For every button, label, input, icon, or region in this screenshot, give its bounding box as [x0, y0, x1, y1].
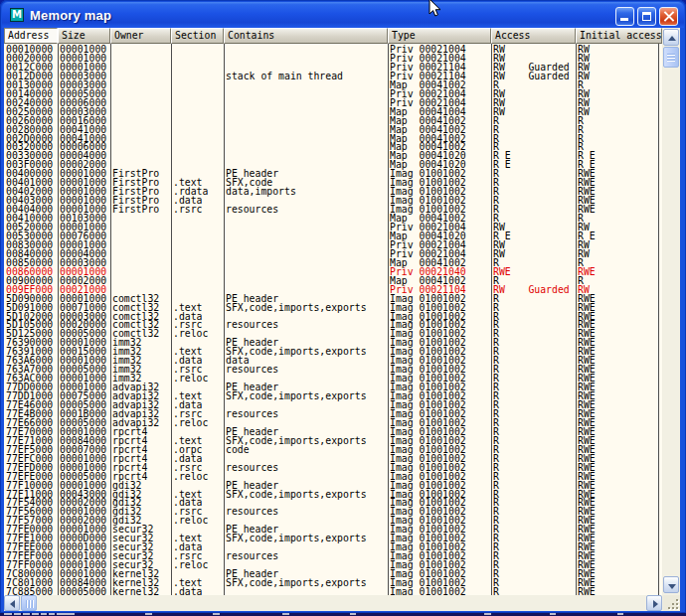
cell-contains: resources — [226, 463, 278, 472]
column-header-address[interactable]: Address — [4, 28, 58, 44]
cell-section: .reloc — [173, 374, 208, 383]
scrollbar-corner — [663, 595, 680, 611]
horizontal-scrollbar[interactable] — [4, 595, 662, 611]
arrow-up-icon — [668, 36, 676, 41]
cell-contains: SFX,code,imports,exports — [226, 391, 367, 400]
mouse-cursor-icon — [429, 0, 442, 19]
cell-section: .reloc — [173, 418, 208, 427]
cell-contains: resources — [226, 409, 278, 418]
arrow-left-icon — [10, 600, 15, 608]
column-header-row: Address Size Owner Section Contains Type… — [4, 28, 662, 44]
thumb-grip — [26, 600, 34, 608]
maximize-icon — [642, 12, 651, 21]
cell-size: 00005000 — [60, 587, 106, 595]
cell-section: .reloc — [173, 329, 208, 338]
minimize-icon — [620, 18, 628, 21]
cell-contains: resources — [226, 365, 278, 374]
cell-contains: SFX,code,imports,exports — [226, 534, 367, 542]
memory-map-window-stage: M Memory map Address Size Owner Section … — [0, 0, 686, 616]
column-header-size[interactable]: Size — [58, 28, 110, 44]
cell-contains: data,imports — [226, 187, 296, 196]
column-header-type[interactable]: Type — [388, 28, 491, 44]
maximize-button[interactable] — [637, 7, 656, 26]
cell-addr: 7C885000 — [6, 587, 53, 595]
scroll-left-button[interactable] — [4, 595, 20, 611]
column-header-initial-access[interactable]: Initial access — [576, 28, 662, 44]
cell-contains: resources — [226, 551, 278, 560]
thumb-grip — [667, 54, 675, 62]
cell-section: .rsrc — [173, 205, 203, 214]
minimize-button[interactable] — [615, 7, 634, 26]
cell-type: Imag 01001002 — [390, 587, 466, 595]
cell-contains: code — [226, 445, 250, 454]
arrow-down-icon — [668, 584, 676, 589]
cell-contains: resources — [226, 205, 278, 214]
cell-section: .reloc — [173, 516, 208, 525]
cell-owner: kernel32 — [112, 587, 159, 595]
memory-map-icon: M — [10, 8, 24, 22]
scroll-down-button[interactable] — [663, 576, 679, 593]
horizontal-scrollbar-thumb[interactable] — [21, 595, 37, 611]
vertical-scrollbar[interactable] — [663, 28, 680, 595]
resize-grip-icon[interactable] — [676, 607, 678, 609]
cell-contains: SFX,code,imports,exports — [226, 303, 367, 312]
cell-access: RW Guarded — [493, 72, 570, 80]
cell-contains: resources — [226, 320, 278, 329]
cell-section: .reloc — [173, 472, 208, 481]
cell-contains: SFX,code,imports,exports — [226, 578, 367, 587]
memory-map-table[interactable]: 0001000000001000Priv 00021004RWRW0002000… — [4, 44, 662, 595]
memory-map-client-area: Address Size Owner Section Contains Type… — [4, 28, 680, 611]
vertical-scrollbar-thumb[interactable] — [663, 47, 679, 68]
column-header-contains[interactable]: Contains — [224, 28, 388, 44]
title-bar[interactable]: M Memory map — [2, 2, 684, 28]
cell-contains: SFX,code,imports,exports — [226, 490, 367, 499]
close-icon — [663, 11, 674, 22]
close-button[interactable] — [659, 7, 678, 26]
arrow-right-icon — [653, 600, 658, 608]
memory-map-window: M Memory map Address Size Owner Section … — [0, 0, 686, 613]
cell-contains: stack of main thread — [226, 72, 343, 80]
column-header-access[interactable]: Access — [491, 28, 576, 44]
column-header-owner[interactable]: Owner — [110, 28, 171, 44]
cell-access: R — [493, 587, 499, 595]
cell-section: .data — [173, 587, 203, 595]
scroll-up-button[interactable] — [663, 29, 679, 46]
cell-section: .reloc — [173, 560, 208, 569]
column-header-section[interactable]: Section — [171, 28, 224, 44]
scroll-right-button[interactable] — [646, 595, 662, 611]
cell-owner: FirstPro — [112, 205, 159, 214]
table-row[interactable]: 7C88500000005000kernel32.dataImag 010010… — [4, 587, 662, 595]
cell-initial: RWE — [578, 587, 596, 595]
window-title: Memory map — [30, 7, 111, 24]
cell-contains: resources — [226, 507, 278, 516]
cell-access: RW Guarded — [493, 285, 570, 294]
